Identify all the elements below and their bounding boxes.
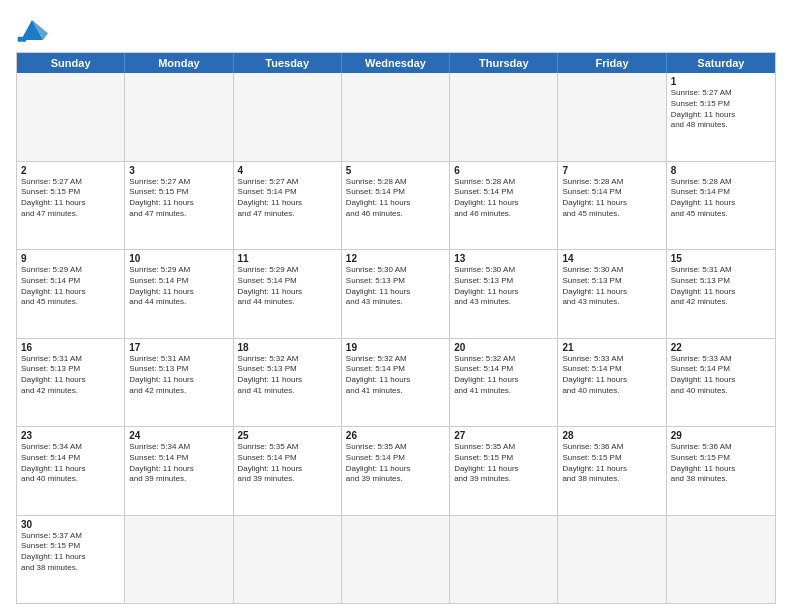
cal-cell-1-2 bbox=[125, 73, 233, 161]
cal-cell-2-3: 4Sunrise: 5:27 AM Sunset: 5:14 PM Daylig… bbox=[234, 162, 342, 250]
cal-cell-5-2: 24Sunrise: 5:34 AM Sunset: 5:14 PM Dayli… bbox=[125, 427, 233, 515]
logo-icon bbox=[16, 16, 48, 44]
cell-info: Sunrise: 5:27 AM Sunset: 5:15 PM Dayligh… bbox=[671, 88, 771, 131]
cal-cell-6-6 bbox=[558, 516, 666, 604]
calendar: SundayMondayTuesdayWednesdayThursdayFrid… bbox=[16, 52, 776, 604]
cell-info: Sunrise: 5:27 AM Sunset: 5:15 PM Dayligh… bbox=[21, 177, 120, 220]
cell-info: Sunrise: 5:29 AM Sunset: 5:14 PM Dayligh… bbox=[129, 265, 228, 308]
day-number: 29 bbox=[671, 430, 771, 441]
cell-info: Sunrise: 5:28 AM Sunset: 5:14 PM Dayligh… bbox=[454, 177, 553, 220]
cell-info: Sunrise: 5:27 AM Sunset: 5:15 PM Dayligh… bbox=[129, 177, 228, 220]
cal-cell-6-4 bbox=[342, 516, 450, 604]
page: SundayMondayTuesdayWednesdayThursdayFrid… bbox=[0, 0, 792, 612]
day-number: 8 bbox=[671, 165, 771, 176]
cal-cell-2-1: 2Sunrise: 5:27 AM Sunset: 5:15 PM Daylig… bbox=[17, 162, 125, 250]
cell-info: Sunrise: 5:31 AM Sunset: 5:13 PM Dayligh… bbox=[21, 354, 120, 397]
cal-cell-4-5: 20Sunrise: 5:32 AM Sunset: 5:14 PM Dayli… bbox=[450, 339, 558, 427]
day-number: 23 bbox=[21, 430, 120, 441]
cal-cell-2-2: 3Sunrise: 5:27 AM Sunset: 5:15 PM Daylig… bbox=[125, 162, 233, 250]
cal-cell-6-5 bbox=[450, 516, 558, 604]
day-number: 14 bbox=[562, 253, 661, 264]
cal-cell-5-7: 29Sunrise: 5:36 AM Sunset: 5:15 PM Dayli… bbox=[667, 427, 775, 515]
day-number: 28 bbox=[562, 430, 661, 441]
cal-cell-6-7 bbox=[667, 516, 775, 604]
cal-cell-3-5: 13Sunrise: 5:30 AM Sunset: 5:13 PM Dayli… bbox=[450, 250, 558, 338]
day-number: 26 bbox=[346, 430, 445, 441]
cal-cell-5-4: 26Sunrise: 5:35 AM Sunset: 5:14 PM Dayli… bbox=[342, 427, 450, 515]
cell-info: Sunrise: 5:27 AM Sunset: 5:14 PM Dayligh… bbox=[238, 177, 337, 220]
day-number: 22 bbox=[671, 342, 771, 353]
cal-cell-4-6: 21Sunrise: 5:33 AM Sunset: 5:14 PM Dayli… bbox=[558, 339, 666, 427]
cal-cell-5-1: 23Sunrise: 5:34 AM Sunset: 5:14 PM Dayli… bbox=[17, 427, 125, 515]
cell-info: Sunrise: 5:33 AM Sunset: 5:14 PM Dayligh… bbox=[671, 354, 771, 397]
calendar-row-4: 16Sunrise: 5:31 AM Sunset: 5:13 PM Dayli… bbox=[17, 338, 775, 427]
cal-cell-3-2: 10Sunrise: 5:29 AM Sunset: 5:14 PM Dayli… bbox=[125, 250, 233, 338]
day-number: 27 bbox=[454, 430, 553, 441]
cal-cell-2-6: 7Sunrise: 5:28 AM Sunset: 5:14 PM Daylig… bbox=[558, 162, 666, 250]
cell-info: Sunrise: 5:36 AM Sunset: 5:15 PM Dayligh… bbox=[671, 442, 771, 485]
cal-cell-4-4: 19Sunrise: 5:32 AM Sunset: 5:14 PM Dayli… bbox=[342, 339, 450, 427]
day-number: 10 bbox=[129, 253, 228, 264]
day-number: 13 bbox=[454, 253, 553, 264]
cal-cell-4-3: 18Sunrise: 5:32 AM Sunset: 5:13 PM Dayli… bbox=[234, 339, 342, 427]
cell-info: Sunrise: 5:28 AM Sunset: 5:14 PM Dayligh… bbox=[346, 177, 445, 220]
cal-cell-4-2: 17Sunrise: 5:31 AM Sunset: 5:13 PM Dayli… bbox=[125, 339, 233, 427]
day-number: 25 bbox=[238, 430, 337, 441]
cal-cell-4-1: 16Sunrise: 5:31 AM Sunset: 5:13 PM Dayli… bbox=[17, 339, 125, 427]
day-number: 11 bbox=[238, 253, 337, 264]
calendar-row-1: 1Sunrise: 5:27 AM Sunset: 5:15 PM Daylig… bbox=[17, 73, 775, 161]
day-number: 12 bbox=[346, 253, 445, 264]
day-header-tuesday: Tuesday bbox=[234, 53, 342, 73]
cal-cell-4-7: 22Sunrise: 5:33 AM Sunset: 5:14 PM Dayli… bbox=[667, 339, 775, 427]
logo bbox=[16, 16, 52, 44]
cell-info: Sunrise: 5:32 AM Sunset: 5:14 PM Dayligh… bbox=[454, 354, 553, 397]
cell-info: Sunrise: 5:35 AM Sunset: 5:14 PM Dayligh… bbox=[346, 442, 445, 485]
cell-info: Sunrise: 5:30 AM Sunset: 5:13 PM Dayligh… bbox=[346, 265, 445, 308]
cell-info: Sunrise: 5:34 AM Sunset: 5:14 PM Dayligh… bbox=[21, 442, 120, 485]
cal-cell-5-3: 25Sunrise: 5:35 AM Sunset: 5:14 PM Dayli… bbox=[234, 427, 342, 515]
header bbox=[16, 16, 776, 44]
cal-cell-1-5 bbox=[450, 73, 558, 161]
svg-rect-2 bbox=[18, 37, 26, 42]
day-number: 24 bbox=[129, 430, 228, 441]
cal-cell-3-7: 15Sunrise: 5:31 AM Sunset: 5:13 PM Dayli… bbox=[667, 250, 775, 338]
calendar-row-3: 9Sunrise: 5:29 AM Sunset: 5:14 PM Daylig… bbox=[17, 249, 775, 338]
day-number: 17 bbox=[129, 342, 228, 353]
cal-cell-1-7: 1Sunrise: 5:27 AM Sunset: 5:15 PM Daylig… bbox=[667, 73, 775, 161]
cal-cell-3-1: 9Sunrise: 5:29 AM Sunset: 5:14 PM Daylig… bbox=[17, 250, 125, 338]
cal-cell-1-6 bbox=[558, 73, 666, 161]
day-number: 7 bbox=[562, 165, 661, 176]
cell-info: Sunrise: 5:30 AM Sunset: 5:13 PM Dayligh… bbox=[562, 265, 661, 308]
day-header-monday: Monday bbox=[125, 53, 233, 73]
cell-info: Sunrise: 5:28 AM Sunset: 5:14 PM Dayligh… bbox=[671, 177, 771, 220]
day-number: 1 bbox=[671, 76, 771, 87]
cell-info: Sunrise: 5:31 AM Sunset: 5:13 PM Dayligh… bbox=[671, 265, 771, 308]
calendar-row-2: 2Sunrise: 5:27 AM Sunset: 5:15 PM Daylig… bbox=[17, 161, 775, 250]
cell-info: Sunrise: 5:30 AM Sunset: 5:13 PM Dayligh… bbox=[454, 265, 553, 308]
cell-info: Sunrise: 5:29 AM Sunset: 5:14 PM Dayligh… bbox=[21, 265, 120, 308]
day-number: 18 bbox=[238, 342, 337, 353]
day-header-wednesday: Wednesday bbox=[342, 53, 450, 73]
day-number: 30 bbox=[21, 519, 120, 530]
cell-info: Sunrise: 5:36 AM Sunset: 5:15 PM Dayligh… bbox=[562, 442, 661, 485]
day-number: 20 bbox=[454, 342, 553, 353]
cal-cell-5-6: 28Sunrise: 5:36 AM Sunset: 5:15 PM Dayli… bbox=[558, 427, 666, 515]
cal-cell-1-3 bbox=[234, 73, 342, 161]
cell-info: Sunrise: 5:34 AM Sunset: 5:14 PM Dayligh… bbox=[129, 442, 228, 485]
cal-cell-6-3 bbox=[234, 516, 342, 604]
cal-cell-3-3: 11Sunrise: 5:29 AM Sunset: 5:14 PM Dayli… bbox=[234, 250, 342, 338]
cell-info: Sunrise: 5:28 AM Sunset: 5:14 PM Dayligh… bbox=[562, 177, 661, 220]
calendar-row-6: 30Sunrise: 5:37 AM Sunset: 5:15 PM Dayli… bbox=[17, 515, 775, 604]
day-header-sunday: Sunday bbox=[17, 53, 125, 73]
day-number: 6 bbox=[454, 165, 553, 176]
day-number: 3 bbox=[129, 165, 228, 176]
cal-cell-1-4 bbox=[342, 73, 450, 161]
cal-cell-2-4: 5Sunrise: 5:28 AM Sunset: 5:14 PM Daylig… bbox=[342, 162, 450, 250]
day-number: 4 bbox=[238, 165, 337, 176]
cell-info: Sunrise: 5:35 AM Sunset: 5:15 PM Dayligh… bbox=[454, 442, 553, 485]
cell-info: Sunrise: 5:33 AM Sunset: 5:14 PM Dayligh… bbox=[562, 354, 661, 397]
calendar-row-5: 23Sunrise: 5:34 AM Sunset: 5:14 PM Dayli… bbox=[17, 426, 775, 515]
day-header-thursday: Thursday bbox=[450, 53, 558, 73]
day-number: 5 bbox=[346, 165, 445, 176]
day-number: 16 bbox=[21, 342, 120, 353]
